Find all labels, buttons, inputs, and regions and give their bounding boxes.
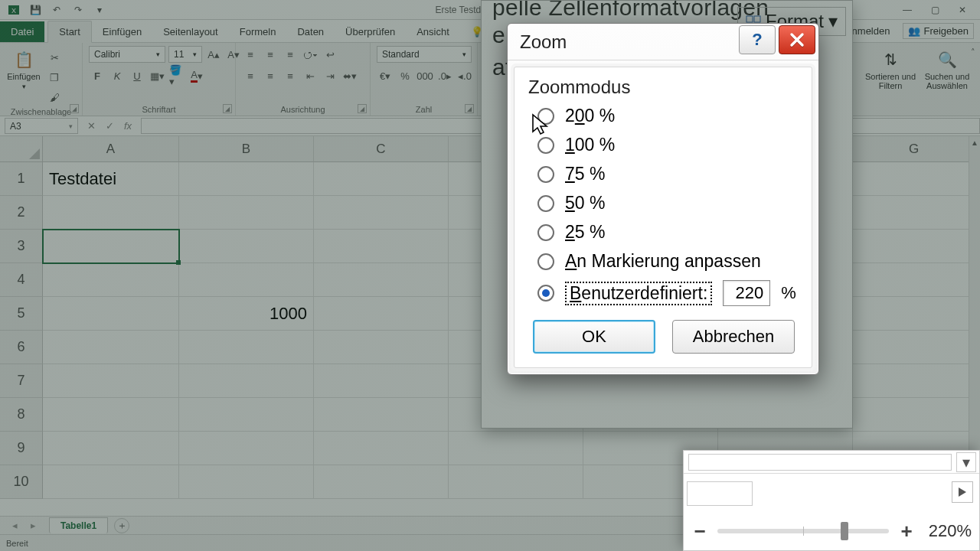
cell-C1[interactable] — [314, 162, 449, 196]
cell-B6[interactable] — [179, 331, 314, 364]
font-launcher-icon[interactable]: ◢ — [223, 104, 232, 113]
scroll-up-icon[interactable]: ▲ — [969, 136, 980, 148]
currency-icon[interactable]: €▾ — [377, 67, 394, 84]
increase-decimal-icon[interactable]: .0▸ — [436, 67, 453, 84]
zoom-custom-input[interactable]: 220 — [723, 280, 770, 306]
cell-B10[interactable] — [179, 465, 314, 499]
zoom-option-100[interactable]: 100 % — [537, 135, 798, 155]
tab-datei[interactable]: Datei — [0, 21, 44, 42]
zoom-option-25[interactable]: 25 % — [537, 222, 798, 243]
zoom-slider[interactable] — [717, 529, 889, 533]
column-header-G[interactable]: G — [853, 136, 975, 162]
maximize-icon[interactable]: ▢ — [922, 2, 948, 18]
tab-einfuegen[interactable]: Einfügen — [92, 21, 152, 42]
cell-G1[interactable] — [853, 162, 975, 196]
cell-G4[interactable] — [853, 263, 975, 297]
font-color-icon[interactable]: A▾ — [188, 67, 205, 84]
sheet-nav-prev-icon[interactable]: ◂ — [6, 517, 23, 534]
italic-icon[interactable]: K — [109, 67, 126, 84]
cell-B3[interactable] — [179, 230, 314, 263]
zoom-option-fit-selection[interactable]: An Markierung anpassen — [537, 251, 798, 272]
cut-icon[interactable]: ✂ — [46, 49, 63, 66]
zoom-slider-thumb[interactable] — [841, 522, 848, 540]
zoom-option-200[interactable]: 200 % — [537, 106, 798, 126]
copy-icon[interactable]: ❐ — [46, 69, 63, 86]
mag-input-2[interactable] — [687, 481, 753, 506]
tab-start[interactable]: Start — [47, 21, 91, 43]
qat-more-icon[interactable]: ▾ — [90, 2, 109, 18]
format-painter-icon[interactable]: 🖌 — [46, 89, 63, 106]
zoom-in-button[interactable]: + — [898, 520, 915, 543]
paste-button[interactable]: 📋 Einfügen ▾ — [6, 46, 41, 90]
tab-ansicht[interactable]: Ansicht — [406, 21, 460, 42]
merge-center-icon[interactable]: ⬌▾ — [341, 67, 358, 84]
fx-icon[interactable]: fx — [119, 118, 136, 135]
align-bottom-icon[interactable]: ≡ — [282, 46, 299, 63]
row-header-9[interactable]: 9 — [0, 432, 43, 465]
cell-B9[interactable] — [179, 432, 314, 465]
font-name-combo[interactable]: Calibri▾ — [89, 46, 165, 63]
cell-A5[interactable] — [43, 297, 179, 331]
number-format-combo[interactable]: Standard▾ — [377, 46, 472, 63]
tab-formeln[interactable]: Formeln — [229, 21, 287, 42]
align-right-icon[interactable]: ≡ — [282, 67, 299, 84]
zoom-option-50[interactable]: 50 % — [537, 193, 798, 214]
cell-A3[interactable] — [43, 230, 179, 263]
cell-G8[interactable] — [853, 398, 975, 432]
cell-C10[interactable] — [314, 465, 449, 499]
zoom-option-custom[interactable]: Benutzerdefiniert: 220 % — [537, 280, 798, 306]
cell-G5[interactable] — [853, 297, 975, 331]
decrease-decimal-icon[interactable]: ◂.0 — [456, 67, 473, 84]
confirm-formula-icon[interactable]: ✓ — [101, 118, 118, 135]
new-sheet-button[interactable]: ＋ — [114, 518, 129, 533]
undo-icon[interactable]: ↶ — [47, 2, 66, 18]
tab-ueberpruefen[interactable]: Überprüfen — [335, 21, 406, 42]
sheet-tab-tabelle1[interactable]: Tabelle1 — [49, 517, 108, 533]
alignment-launcher-icon[interactable]: ◢ — [358, 104, 367, 113]
align-top-icon[interactable]: ≡ — [242, 46, 259, 63]
cell-C8[interactable] — [314, 398, 449, 432]
column-header-A[interactable]: A — [43, 136, 179, 162]
cell-G6[interactable] — [853, 331, 975, 364]
find-select-button[interactable]: 🔍 Suchen und Auswählen — [920, 46, 974, 90]
cell-D9[interactable] — [449, 432, 583, 465]
freigeben-button[interactable]: 👥Freigeben — [903, 23, 974, 39]
row-header-8[interactable]: 8 — [0, 398, 43, 432]
cell-D10[interactable] — [449, 465, 583, 499]
cell-B4[interactable] — [179, 263, 314, 297]
name-box[interactable]: A3▾ — [5, 118, 78, 134]
cancel-formula-icon[interactable]: ✕ — [83, 118, 100, 135]
decrease-indent-icon[interactable]: ⇤ — [302, 67, 318, 84]
cell-C7[interactable] — [314, 364, 449, 398]
sheet-nav-next-icon[interactable]: ▸ — [24, 517, 41, 534]
minimize-icon[interactable]: — — [894, 2, 920, 18]
cell-C3[interactable] — [314, 230, 449, 263]
orientation-icon[interactable]: ⭯▾ — [302, 46, 318, 63]
number-launcher-icon[interactable]: ◢ — [465, 104, 474, 113]
cell-A8[interactable] — [43, 398, 179, 432]
cell-A10[interactable] — [43, 465, 179, 499]
cell-C9[interactable] — [314, 432, 449, 465]
zoom-level-label[interactable]: 220% — [924, 521, 972, 541]
mag-input-1[interactable] — [688, 454, 952, 471]
play-button[interactable] — [952, 481, 973, 503]
cell-A6[interactable] — [43, 331, 179, 364]
dialog-help-button[interactable]: ? — [739, 25, 776, 54]
zoom-out-button[interactable]: − — [691, 520, 708, 543]
cell-B8[interactable] — [179, 398, 314, 432]
cell-G7[interactable] — [853, 364, 975, 398]
dialog-close-button[interactable] — [779, 25, 815, 54]
align-middle-icon[interactable]: ≡ — [262, 46, 279, 63]
increase-font-icon[interactable]: A▴ — [205, 46, 222, 63]
row-header-10[interactable]: 10 — [0, 465, 43, 499]
fill-color-icon[interactable]: 🪣▾ — [168, 67, 185, 84]
cell-B2[interactable] — [179, 196, 314, 230]
font-size-combo[interactable]: 11▾ — [168, 46, 202, 63]
column-header-B[interactable]: B — [179, 136, 314, 162]
redo-icon[interactable]: ↷ — [69, 2, 87, 18]
cell-G2[interactable] — [853, 196, 975, 230]
percent-icon[interactable]: % — [397, 67, 413, 84]
cell-G3[interactable] — [853, 230, 975, 263]
row-header-4[interactable]: 4 — [0, 263, 43, 297]
cell-B5[interactable]: 1000 — [179, 297, 314, 331]
